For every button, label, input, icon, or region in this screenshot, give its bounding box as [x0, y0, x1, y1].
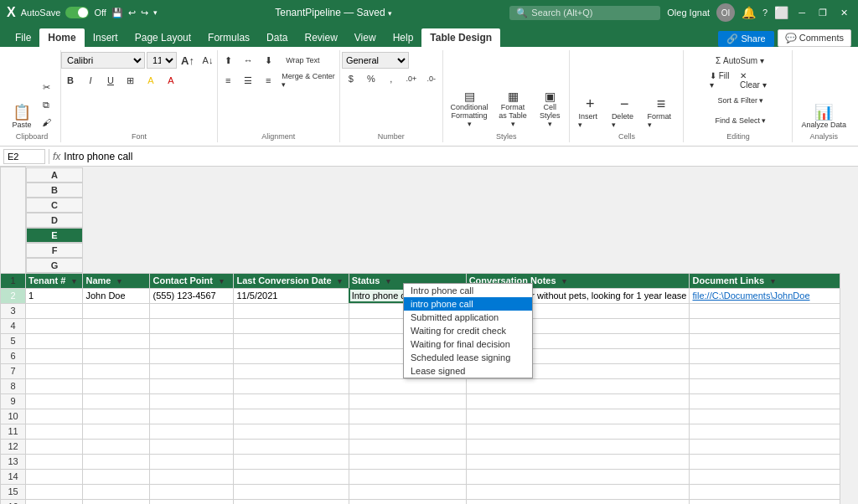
delete-button[interactable]: − Delete ▾	[608, 95, 641, 131]
find-select-button[interactable]: Find & Select ▾	[712, 112, 769, 129]
cell-c2[interactable]: (555) 123-4567	[150, 288, 234, 303]
tab-review[interactable]: Review	[296, 28, 345, 47]
notes-dropdown-arrow[interactable]: ▾	[559, 277, 571, 285]
ribbon-menu-icon[interactable]: 🔔	[742, 6, 756, 19]
ribbon-display-icon[interactable]: ⬜	[774, 6, 788, 19]
cell-b2[interactable]: John Doe	[83, 288, 150, 303]
paste-button[interactable]: 📋 Paste	[8, 103, 35, 131]
autosum-button[interactable]: Σ AutoSum ▾	[711, 52, 769, 69]
tab-insert[interactable]: Insert	[85, 28, 127, 47]
bold-button[interactable]: B	[61, 72, 80, 89]
redo-icon[interactable]: ↪	[141, 8, 148, 18]
col-header-f[interactable]: F	[26, 243, 83, 258]
dropdown-item-submitted[interactable]: Submitted application	[404, 311, 532, 324]
decrease-font-button[interactable]: A↓	[199, 52, 217, 69]
help-icon[interactable]: ?	[762, 8, 768, 18]
dropdown-item-final[interactable]: Waiting for final decision	[404, 337, 532, 351]
dropdown-item-intro-lower[interactable]: intro phone call	[404, 297, 532, 311]
col-header-a[interactable]: A	[26, 167, 83, 183]
fill-button[interactable]: ⬇ Fill ▾	[707, 72, 736, 89]
comments-button[interactable]: 💬 Comments	[778, 29, 851, 47]
col-header-b[interactable]: B	[26, 183, 83, 198]
font-size-select[interactable]: 11	[147, 52, 177, 69]
header-conversion-date[interactable]: Last Conversion Date ▾	[234, 273, 349, 288]
col-header-e[interactable]: E	[26, 228, 83, 243]
tab-view[interactable]: View	[346, 28, 385, 47]
format-button[interactable]: ≡ Format ▾	[644, 95, 679, 131]
clear-button[interactable]: ✕ Clear ▾	[737, 72, 769, 89]
header-contact[interactable]: Contact Point ▾	[150, 273, 234, 288]
cell-dropdown[interactable]: Intro phone call intro phone call Submit…	[403, 283, 533, 378]
title-dropdown-arrow[interactable]: ▾	[388, 9, 392, 18]
col-header-g[interactable]: G	[26, 258, 83, 273]
cut-button[interactable]: ✂	[37, 79, 55, 95]
align-top-button[interactable]: ⬆	[219, 52, 237, 69]
formula-input[interactable]	[64, 151, 855, 162]
cell-g2[interactable]: file://C:\Documents\JohnDoe	[690, 288, 840, 303]
close-button[interactable]: ✕	[837, 6, 851, 20]
font-color-button[interactable]: A	[162, 72, 180, 89]
tab-page-layout[interactable]: Page Layout	[127, 28, 199, 47]
fill-color-button[interactable]: A	[142, 72, 160, 89]
align-bottom-button[interactable]: ⬇	[259, 52, 277, 69]
dropdown-item-signed[interactable]: Lease signed	[404, 364, 532, 378]
tab-home[interactable]: Home	[39, 28, 84, 47]
analyze-data-button[interactable]: 📊 Analyze Data	[798, 103, 850, 131]
center-button[interactable]: ☰	[239, 72, 257, 89]
status-dropdown-arrow[interactable]: ▾	[382, 277, 394, 285]
insert-button[interactable]: + Insert ▾	[575, 95, 604, 131]
font-name-select[interactable]: Calibri	[61, 52, 145, 69]
col-header-d[interactable]: D	[26, 213, 83, 228]
cell-a2[interactable]: 1	[26, 288, 83, 303]
number-format-select[interactable]: General	[342, 52, 409, 69]
currency-button[interactable]: $	[342, 70, 360, 87]
decrease-decimal-button[interactable]: .0-	[422, 70, 441, 87]
tenant-dropdown-arrow[interactable]: ▾	[68, 277, 80, 285]
align-middle-button[interactable]: ↔	[239, 52, 257, 69]
underline-button[interactable]: U	[101, 72, 120, 89]
italic-button[interactable]: I	[81, 72, 100, 89]
dropdown-arrow-icon[interactable]: ▾	[153, 8, 158, 17]
save-icon[interactable]: 💾	[111, 8, 123, 18]
tab-formulas[interactable]: Formulas	[199, 28, 258, 47]
cell-styles-button[interactable]: ▣ Cell Styles ▾	[535, 88, 564, 131]
wrap-text-button[interactable]: Wrap Text	[279, 52, 326, 69]
dropdown-item-signing[interactable]: Scheduled lease signing	[404, 351, 532, 364]
percent-button[interactable]: %	[362, 70, 380, 87]
contact-dropdown-arrow[interactable]: ▾	[215, 277, 227, 285]
dropdown-item-credit[interactable]: Waiting for credit check	[404, 324, 532, 337]
thousands-button[interactable]: ,	[382, 70, 401, 87]
restore-button[interactable]: ❐	[815, 6, 830, 20]
col-header-c[interactable]: C	[26, 198, 83, 213]
align-left-button[interactable]: ≡	[219, 72, 237, 89]
minimize-button[interactable]: ─	[795, 6, 809, 19]
borders-button[interactable]: ⊞	[121, 72, 140, 89]
tab-table-design[interactable]: Table Design	[421, 28, 500, 47]
copy-button[interactable]: ⧉	[37, 96, 55, 113]
header-tenant[interactable]: Tenant # ▾	[26, 273, 83, 288]
user-avatar[interactable]: OI	[716, 3, 735, 22]
merge-center-button[interactable]: Merge & Center ▾	[279, 72, 338, 89]
dropdown-item-intro[interactable]: Intro phone call	[404, 284, 532, 297]
links-dropdown-arrow[interactable]: ▾	[767, 277, 778, 285]
header-name[interactable]: Name ▾	[83, 273, 150, 288]
header-links[interactable]: Document Links ▾	[690, 273, 840, 288]
name-dropdown-arrow[interactable]: ▾	[114, 277, 126, 285]
autosave-toggle[interactable]	[65, 7, 89, 18]
share-button[interactable]: 🔗 Share	[718, 31, 773, 47]
conditional-formatting-button[interactable]: ▤ Conditional Formatting ▾	[448, 88, 490, 131]
sort-filter-button[interactable]: Sort & Filter ▾	[712, 92, 769, 109]
cell-d2[interactable]: 11/5/2021	[234, 288, 349, 303]
tab-data[interactable]: Data	[258, 28, 296, 47]
search-bar[interactable]: 🔍 Search (Alt+Q)	[509, 6, 660, 20]
cell-reference-input[interactable]	[3, 149, 45, 164]
format-as-table-button[interactable]: ▦ Format as Table ▾	[494, 88, 532, 131]
tab-file[interactable]: File	[7, 28, 39, 47]
increase-decimal-button[interactable]: .0+	[402, 70, 421, 87]
format-painter-button[interactable]: 🖌	[37, 114, 55, 131]
tab-help[interactable]: Help	[385, 28, 422, 47]
align-right-button[interactable]: ≡	[259, 72, 277, 89]
date-dropdown-arrow[interactable]: ▾	[334, 277, 346, 285]
increase-font-button[interactable]: A↑	[178, 52, 197, 69]
undo-icon[interactable]: ↩	[128, 8, 136, 18]
